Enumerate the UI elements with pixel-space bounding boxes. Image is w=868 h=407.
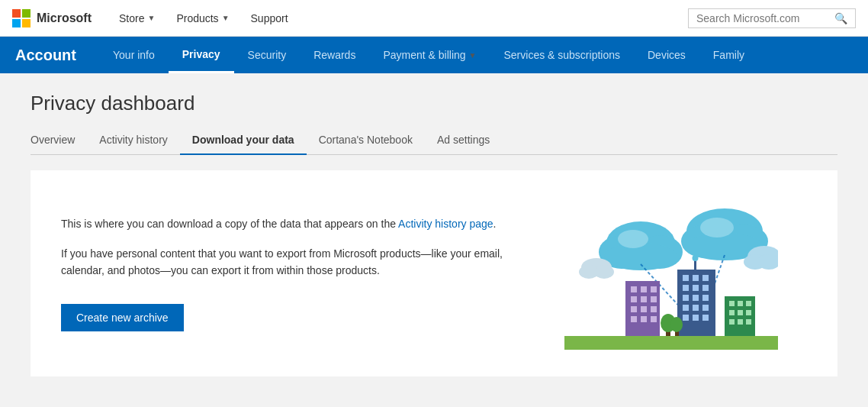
main-content: Privacy dashboard Overview Activity hist… [0,73,868,407]
rewards-link[interactable]: Rewards [300,37,369,73]
security-label: Security [248,49,287,61]
svg-rect-21 [651,286,657,292]
svg-rect-39 [702,295,709,301]
svg-point-9 [700,218,734,237]
svg-rect-42 [702,305,709,311]
family-link[interactable]: Family [699,37,758,73]
svg-rect-22 [631,296,637,302]
tab-overview[interactable]: Overview [31,128,87,155]
svg-rect-40 [683,305,689,311]
svg-rect-18 [564,336,778,350]
card-description-2: If you have personal content that you wa… [61,245,534,279]
logo-text: Microsoft [37,11,92,25]
svg-rect-19 [631,286,637,292]
search-box[interactable]: 🔍 [688,8,856,28]
top-nav-links: Store ▼ Products ▼ Support [110,0,688,37]
cloud-group-left [599,221,683,270]
your-info-link[interactable]: Your info [99,37,169,73]
svg-rect-30 [651,316,657,322]
svg-rect-54 [729,319,735,325]
svg-rect-44 [693,315,699,321]
svg-rect-41 [693,305,699,311]
card-illustration [564,197,778,350]
svg-point-47 [693,255,699,261]
svg-rect-20 [641,286,647,292]
content-card: This is where you can download a copy of… [31,170,837,376]
create-archive-button[interactable]: Create new archive [61,304,184,331]
store-link[interactable]: Store ▼ [110,0,164,37]
svg-rect-38 [693,295,699,301]
svg-rect-31 [683,275,689,281]
svg-rect-24 [651,296,657,302]
sub-tabs: Overview Activity history Download your … [31,128,837,155]
tab-download-your-data[interactable]: Download your data [180,128,307,155]
search-input[interactable] [696,12,834,24]
top-navigation: Microsoft Store ▼ Products ▼ Support 🔍 [0,0,868,37]
products-label: Products [176,12,218,24]
svg-point-3 [604,243,677,270]
products-link[interactable]: Products ▼ [167,0,238,37]
svg-rect-26 [641,306,647,312]
svg-point-60 [670,317,683,332]
privacy-link[interactable]: Privacy [169,37,234,73]
card-text: This is where you can download a copy of… [61,215,534,331]
svg-rect-52 [738,310,743,315]
rewards-label: Rewards [313,49,355,61]
svg-rect-43 [683,315,689,321]
activity-history-link[interactable]: Activity history page [398,218,493,230]
svg-rect-27 [651,306,657,312]
security-link[interactable]: Security [234,37,301,73]
card-description-1: This is where you can download a copy of… [61,215,534,232]
store-chevron: ▼ [147,14,155,22]
tab-ad-settings[interactable]: Ad settings [425,128,502,155]
svg-point-4 [618,230,648,248]
svg-rect-23 [641,296,647,302]
svg-rect-56 [746,319,751,325]
services-subscriptions-label: Services & subscriptions [503,49,620,61]
svg-rect-49 [738,301,743,306]
page-title: Privacy dashboard [31,92,837,115]
support-label: Support [251,12,288,24]
family-label: Family [713,49,744,61]
svg-rect-28 [631,316,637,322]
account-nav-links: Your info Privacy Security Rewards Payme… [99,37,868,73]
search-icon: 🔍 [834,12,847,24]
svg-rect-37 [683,295,689,301]
svg-rect-29 [641,316,647,322]
devices-label: Devices [648,49,686,61]
logo-area[interactable]: Microsoft [12,9,92,27]
description-text-1a: This is where you can download a copy of… [61,218,398,230]
account-navigation: Account Your info Privacy Security Rewar… [0,37,868,73]
payment-billing-chevron: ▼ [469,51,477,60]
svg-rect-55 [738,319,743,325]
products-chevron: ▼ [222,14,230,22]
description-text-1b: . [493,218,497,230]
microsoft-logo [12,9,31,27]
illustration-svg [564,197,778,350]
svg-rect-53 [746,310,751,315]
svg-rect-25 [631,306,637,312]
svg-rect-51 [729,310,735,315]
your-info-label: Your info [113,49,155,61]
svg-rect-34 [683,285,689,291]
svg-rect-45 [702,315,709,321]
devices-link[interactable]: Devices [634,37,699,73]
svg-rect-33 [702,275,709,281]
svg-rect-48 [729,301,735,306]
tab-cortanas-notebook[interactable]: Cortana's Notebook [307,128,425,155]
svg-rect-50 [746,301,751,306]
privacy-label: Privacy [182,48,220,60]
svg-rect-46 [694,260,696,270]
services-subscriptions-link[interactable]: Services & subscriptions [490,37,634,73]
svg-rect-35 [693,285,699,291]
store-label: Store [119,12,144,24]
account-title[interactable]: Account [0,37,99,73]
tab-activity-history[interactable]: Activity history [87,128,179,155]
svg-rect-36 [702,285,709,291]
support-link[interactable]: Support [242,0,297,37]
svg-rect-32 [693,275,699,281]
payment-billing-link[interactable]: Payment & billing ▼ [369,37,490,73]
payment-billing-label: Payment & billing [383,49,465,61]
svg-point-15 [594,265,614,279]
